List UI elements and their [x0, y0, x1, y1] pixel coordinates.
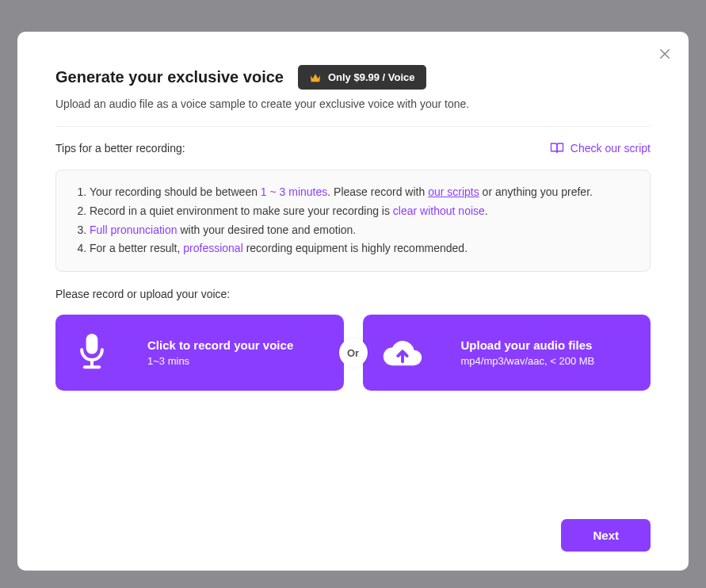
tips-item-4: For a better result, professional record…: [90, 239, 634, 258]
divider: [55, 126, 651, 127]
record-voice-card[interactable]: Click to record your voice 1~3 mins: [55, 315, 344, 391]
tip-professional: professional: [183, 242, 243, 254]
close-button[interactable]: [654, 43, 676, 65]
price-label: Only $9.99 / Voice: [328, 71, 415, 83]
voice-generator-modal: Generate your exclusive voice Only $9.99…: [17, 32, 689, 571]
upload-subtitle: mp4/mp3/wav/aac, < 200 MB: [461, 355, 595, 367]
crown-icon: [309, 72, 322, 83]
close-icon: [658, 47, 672, 61]
or-separator: Or: [339, 338, 368, 367]
tip-pronunciation: Full pronunciation: [90, 223, 177, 236]
tips-item-3: Full pronunciation with your desired ton…: [90, 221, 634, 240]
record-upload-label: Please record or upload your voice:: [55, 288, 651, 300]
check-script-label: Check our script: [571, 142, 651, 155]
modal-header: Generate your exclusive voice Only $9.99…: [55, 65, 651, 90]
microphone-icon: [74, 332, 109, 373]
svg-rect-2: [86, 334, 98, 354]
book-icon: [550, 141, 564, 155]
next-button[interactable]: Next: [561, 519, 651, 552]
tip-noise: clear without noise: [393, 204, 485, 217]
action-row: Click to record your voice 1~3 mins Uplo…: [55, 315, 651, 391]
record-subtitle: 1~3 mins: [147, 355, 293, 367]
modal-subtitle: Upload an audio file as a voice sample t…: [55, 97, 651, 110]
tips-box: Your recording should be between 1 ~ 3 m…: [55, 170, 651, 272]
upload-cloud-icon: [382, 336, 423, 369]
upload-audio-card[interactable]: Upload your audio files mp4/mp3/wav/aac,…: [363, 315, 651, 391]
upload-title: Upload your audio files: [461, 338, 595, 352]
price-badge: Only $9.99 / Voice: [298, 65, 426, 90]
our-scripts-link[interactable]: our scripts: [428, 185, 479, 198]
tips-item-2: Record in a quiet environment to make su…: [90, 202, 634, 221]
tips-header-row: Tips for a better recording: Check our s…: [55, 141, 651, 155]
tip-duration: 1 ~ 3 minutes: [261, 185, 327, 198]
upload-text: Upload your audio files mp4/mp3/wav/aac,…: [461, 338, 595, 367]
tips-item-1: Your recording should be between 1 ~ 3 m…: [90, 183, 634, 202]
record-title: Click to record your voice: [147, 338, 293, 352]
record-text: Click to record your voice 1~3 mins: [147, 338, 293, 367]
tips-label: Tips for a better recording:: [55, 142, 185, 155]
tips-list: Your recording should be between 1 ~ 3 m…: [72, 183, 634, 258]
modal-title: Generate your exclusive voice: [55, 68, 284, 86]
check-script-link[interactable]: Check our script: [550, 141, 651, 155]
modal-footer: Next: [55, 519, 651, 552]
